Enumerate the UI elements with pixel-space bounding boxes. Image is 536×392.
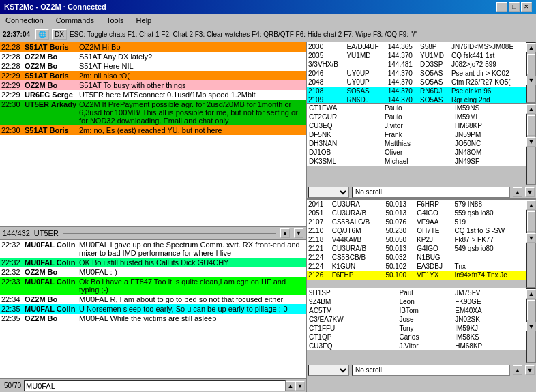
chat-row: 22:35 OZ2M Bo MU0FAL While the victims a… [0,314,306,323]
table-row: CU3EQJ.vitorHM68KP [307,121,526,130]
table-row: 2048UY0UP144.370SO5ASCfm R26/R27 KO5( [307,78,526,87]
scroll-down-arrow[interactable]: ▼ [294,228,303,238]
scroll-up-btn[interactable]: ▲ [286,381,295,391]
table-row: 2030EA/DJ4UF144.365S58PJN76ID<MS>JM08E [307,42,526,51]
callsign-upper-scroll[interactable]: CT1EWAPauloIM59NS CT2GURPauloIM59ML CU3E… [307,104,526,185]
left-panel: 22:28 S51AT Boris OZ2M Hi Bo 22:28 OZ2M … [0,42,307,392]
scrollbar-thumb[interactable] [527,115,535,136]
chat2-area: 22:32 MU0FAL Colin MU0FAL I gave up on t… [0,240,306,392]
scroll-down-btn[interactable]: ▼ [295,381,305,391]
chat2-input-area: 50/70 ▲ ▼ [0,378,306,392]
callsign-upper-scrollbar[interactable]: ▲ ▼ [526,104,536,185]
menu-commands[interactable]: Commands [53,16,97,25]
scroll-up-icon[interactable]: ▲ [526,289,536,299]
arrow-up-lower[interactable]: ▲ [513,365,522,375]
table-row: 2046UY0UP144.370SO5ASPse ant dir > KO02 [307,69,526,78]
scrollbar-thumb[interactable] [527,211,535,232]
chat1-divider: 144/432 UT5ER ▲ ▼ [0,226,306,240]
arrow-down-lower[interactable]: ▼ [525,365,535,375]
table-row: CT1EWAPauloIM59NS [307,104,526,112]
menu-connection[interactable]: Connection [3,16,46,25]
table-row: 2051CU3URA/B50.013G4IGO559 qsb io80 [307,209,526,217]
table-row: CT1FFUTonyIM59KJ [307,324,526,333]
window-controls: — □ ✕ [496,2,532,12]
dx-lower-table: 2041CU3URA50.013F6HRP579 IN88 2051CU3URA… [307,200,526,280]
dx-table: 2030EA/DJ4UF144.365S58PJN76ID<MS>JM08E 2… [307,42,526,103]
table-row: 2124CS5BCB/B50.032N1BUG [307,253,526,262]
scroll-down-icon[interactable]: ▼ [526,137,536,147]
scroll-down-icon[interactable]: ▼ [526,322,536,331]
scrollbar-thumb[interactable] [527,300,535,320]
chat2-count: 50/70 [1,382,24,389]
table-row: 2110CQ/JT6M50.230OH7TECQ 1st to S -SW [307,226,526,235]
maximize-button[interactable]: □ [509,2,520,12]
scroll-down-icon[interactable]: ▼ [526,76,536,85]
table-row: 2121CU3URA/B50.013G4IGO549 qsb io80 [307,244,526,253]
table-row: 2126F6FHP50.100VE1YXIn94>fn74 Tnx Je [307,271,526,280]
dx-lower-scroll[interactable]: 2041CU3URA50.013F6HRP579 IN88 2051CU3URA… [307,200,526,288]
chat-row: 22:32 MU0FAL Colin MU0FAL I gave up on t… [0,240,306,258]
table-row: 2124K1GUN50.102EA3DBJTnx [307,262,526,271]
hotkey-hints: ESC: Toggle chats F1: Chat 1 F2: Chat 2 … [70,31,417,38]
callsign-lower-scroll[interactable]: 9H1SPPaulJM75FV 9Z4BMLeonFK90GE AC5TMIBT… [307,288,526,363]
chat2-input[interactable] [24,380,286,391]
table-row: C3/EA7KWJoseJN02SK [307,315,526,324]
table-row: DK3SMLMichaelJN49SF [307,157,526,166]
chat-row: 22:29 OZ2M Bo S51AT To busy with other t… [0,80,306,90]
band-select-upper[interactable] [308,187,349,198]
dx-lower-scrollbar[interactable]: ▲ ▼ [526,200,536,288]
dx-lower-section: 2041CU3URA50.013F6HRP579 IN88 2051CU3URA… [307,199,536,376]
table-row: DF5NKFrankJN59PM [307,130,526,139]
table-row: 9H1SPPaulJM75FV [307,288,526,297]
minimize-button[interactable]: — [496,2,507,12]
menu-tools[interactable]: Tools [104,16,127,25]
dx-upper-section: 2030EA/DJ4UF144.365S58PJN76ID<MS>JM08E 2… [307,42,536,199]
arrow-up-upper[interactable]: ▲ [513,187,522,197]
chat-row: 22:33 MU0FAL Colin Ok Bo i have a FT847 … [0,277,306,295]
chat-row: 22:28 S51AT Boris OZ2M Hi Bo [0,42,306,52]
menu-help[interactable]: Help [134,16,155,25]
chat1-user: UT5ER [34,229,59,237]
dx-button[interactable]: DX [52,29,67,40]
dx-table-content: 2030EA/DJ4UF144.365S58PJN76ID<MS>JM08E 2… [307,42,536,103]
scroll-up-icon[interactable]: ▲ [526,104,536,114]
callsign-lower-scrollbar[interactable]: ▲ ▼ [526,288,536,363]
scroll-up-icon[interactable]: ▲ [526,200,536,210]
toolbar: 22:37:04 🌐 DX ESC: Toggle chats F1: Chat… [0,27,536,42]
dx-table-scroll[interactable]: 2030EA/DJ4UF144.365S58PJN76ID<MS>JM08E 2… [307,42,526,103]
table-row: 9Z4BMLeonFK90GE [307,297,526,306]
chat1-area: 22:28 S51AT Boris OZ2M Hi Bo 22:28 OZ2M … [0,42,306,240]
scroll-down-icon[interactable]: ▼ [526,233,536,243]
title-bar: KST2Me - OZ2M · Connected — □ ✕ [0,0,536,14]
scroll-up-icon[interactable]: ▲ [526,43,536,52]
chat-row: 22:32 OZ2M Bo MU0FAL :-) [0,267,306,277]
table-row: 2107CS5BALG/B50.076VE9AA519 [307,217,526,226]
chat-row: 22:34 OZ2M Bo MU0FAL R, I am about to go… [0,295,306,304]
chat-row: 22:35 MU0FAL Colin U Norsemen sleep too … [0,304,306,314]
globe-button[interactable]: 🌐 [35,29,49,40]
menu-bar: Connection Commands Tools Help [0,14,536,27]
close-button[interactable]: ✕ [521,2,532,12]
chat-row: 22:28 OZ2M Bo S51AT Here NIL [0,61,306,71]
band-select-lower[interactable] [308,365,349,376]
table-row: CT1QPCarlosIM58KS [307,333,526,342]
lower-no-scroll-bar: No scroll ▲ ▼ [307,363,536,376]
chat-row: 22:30 UT5ER Arkady OZ2M If PrePayment po… [0,100,306,125]
dx-upper-scrollbar[interactable]: ▲ ▼ [526,42,536,103]
table-row: DJ1OBOliverJN48OM [307,148,526,157]
table-row: 2041CU3URA50.013F6HRP579 IN88 [307,200,526,209]
arrow-down-upper[interactable]: ▼ [525,187,535,197]
no-scroll-lower: No scroll [352,365,510,376]
table-row: CT2GURPauloIM59ML [307,112,526,121]
upper-no-scroll-bar: No scroll ▲ ▼ [307,185,536,198]
scrollbar-thumb[interactable] [527,54,535,74]
scroll-up-arrow[interactable]: ▲ [280,228,290,238]
right-panel: 2030EA/DJ4UF144.365S58PJN76ID<MS>JM08E 2… [307,42,536,392]
table-row: 2108SO5AS144.370RN6DJPse dir kn 96 [307,87,526,95]
table-row: AC5TMIBTomEM40XA [307,306,526,315]
table-row: DH3NANMatthiasJO50NC [307,139,526,148]
window-title: KST2Me - OZ2M · Connected [4,3,106,11]
table-row: 3/3VHX/B144.481DD3SPJ082>jo72 599 [307,60,526,69]
chat-row: 22:28 OZ2M Bo S51AT Any DX lately? [0,52,306,61]
time-display: 22:37:04 [3,31,30,38]
